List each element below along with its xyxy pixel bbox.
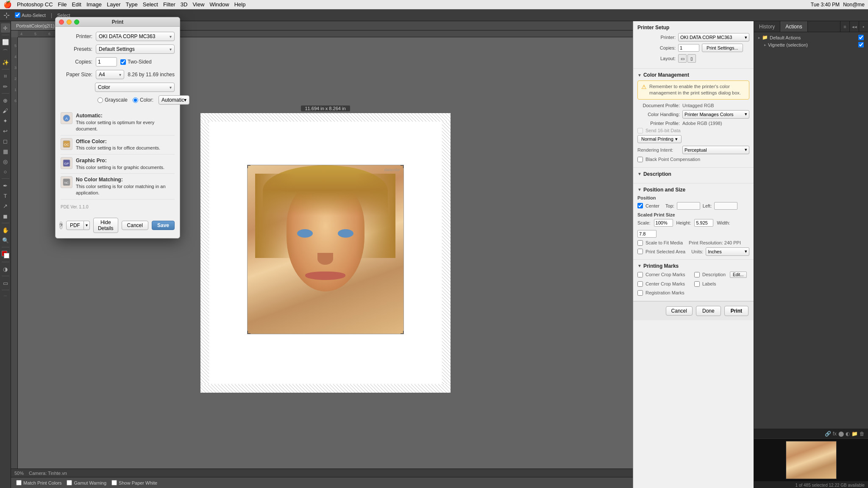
portrait-layout-icon[interactable]: ▭	[678, 54, 687, 63]
show-paper-white-label[interactable]: Show Paper White	[111, 480, 157, 485]
description-mark-checkbox[interactable]	[694, 272, 700, 277]
black-point-checkbox[interactable]	[637, 157, 643, 162]
color-mode-dropdown[interactable]: Color ▾	[95, 83, 175, 92]
hand-tool[interactable]: ✋	[1, 225, 10, 235]
screen-mode-tool[interactable]: ▭	[1, 278, 10, 288]
app-name[interactable]: Photoshop CC	[17, 1, 53, 8]
menu-help[interactable]: Help	[234, 1, 246, 8]
brush-tool[interactable]: 🖌	[1, 106, 10, 115]
corner-crop-label[interactable]: Corner Crop Marks	[637, 272, 693, 278]
quick-mask-tool[interactable]: ◑	[1, 264, 10, 274]
corner-crop-checkbox[interactable]	[637, 272, 643, 277]
print-button[interactable]: Print	[724, 306, 748, 316]
dialog-save-button[interactable]: Save	[152, 221, 175, 230]
match-print-colors-label[interactable]: Match Print Colors	[16, 480, 61, 485]
dialog-printer-select[interactable]: OKI DATA CORP MC363 ▾	[96, 32, 175, 41]
height-input[interactable]	[694, 219, 713, 227]
paper-size-select[interactable]: A4 ▾	[96, 70, 124, 79]
menu-type[interactable]: Type	[126, 1, 138, 8]
send-16bit-checkbox[interactable]	[637, 128, 643, 133]
print-selected-area-checkbox[interactable]	[637, 249, 643, 254]
width-input[interactable]	[637, 230, 657, 238]
left-input[interactable]	[714, 202, 737, 210]
office-color-preset[interactable]: OC Office Color: This color setting is f…	[61, 136, 175, 155]
healing-brush-tool[interactable]: ⊕	[1, 96, 10, 105]
zoom-tool[interactable]: 🔍	[1, 236, 10, 245]
menu-select[interactable]: Select	[143, 1, 158, 8]
scale-to-fit-checkbox[interactable]	[637, 240, 643, 246]
description-title[interactable]: ▼ Description	[637, 171, 749, 177]
no-color-matching-preset[interactable]: NC No Color Matching: This color setting…	[61, 174, 175, 200]
color-management-title[interactable]: ▼ Color Management	[637, 72, 749, 78]
type-tool[interactable]: T	[1, 191, 10, 200]
hide-details-button[interactable]: Hide Details	[93, 218, 118, 233]
eraser-tool[interactable]: ◻	[1, 136, 10, 146]
registration-marks-label[interactable]: Registration Marks	[637, 290, 693, 296]
marquee-tool[interactable]: ⬜	[1, 37, 10, 47]
move-tool[interactable]: ✛	[1, 23, 10, 33]
auto-select-checkbox-label[interactable]: Auto-Select	[15, 12, 46, 18]
grayscale-radio[interactable]	[97, 97, 103, 103]
landscape-layout-icon[interactable]: ▯	[687, 54, 696, 63]
color-radio-label[interactable]: Color:	[133, 97, 153, 103]
graphic-pro-preset[interactable]: GP Graphic Pro: This color setting is fo…	[61, 155, 175, 174]
color-radio[interactable]	[133, 97, 138, 103]
clone-stamp-tool[interactable]: ✦	[1, 116, 10, 125]
eyedropper-tool[interactable]: ✏	[1, 82, 10, 91]
history-brush-tool[interactable]: ↩	[1, 126, 10, 136]
vignette-action[interactable]: ▸ Vignette (selection)	[756, 41, 866, 48]
lasso-tool[interactable]: ⌒	[1, 47, 10, 57]
registration-marks-checkbox[interactable]	[637, 290, 643, 296]
center-checkbox[interactable]	[637, 203, 643, 208]
close-button[interactable]	[59, 19, 64, 25]
fx-icon[interactable]: fx	[833, 431, 837, 437]
menu-edit[interactable]: Edit	[72, 1, 81, 8]
match-print-colors-checkbox[interactable]	[16, 480, 22, 485]
minimize-button[interactable]	[67, 19, 72, 25]
show-paper-white-checkbox[interactable]	[111, 480, 117, 485]
default-actions-checkbox[interactable]	[858, 35, 864, 40]
position-size-title[interactable]: ▼ Position and Size	[637, 187, 749, 193]
printing-marks-title[interactable]: ▼ Printing Marks	[637, 263, 749, 269]
history-tab[interactable]: History	[754, 21, 780, 32]
scale-input[interactable]	[654, 219, 673, 227]
menu-file[interactable]: File	[58, 1, 67, 8]
done-button[interactable]: Done	[696, 306, 721, 316]
automatic-preset[interactable]: A Automatic: This color setting is optim…	[61, 110, 175, 136]
mask-icon[interactable]: ⬤	[838, 431, 844, 437]
center-crop-label[interactable]: Center Crop Marks	[637, 281, 693, 287]
center-crop-checkbox[interactable]	[637, 281, 643, 287]
auto-select-checkbox[interactable]	[15, 12, 20, 18]
maximize-button[interactable]	[74, 19, 79, 25]
crop-tool[interactable]: ⌗	[1, 72, 10, 81]
pdf-button[interactable]: PDF	[66, 221, 84, 230]
quick-select-tool[interactable]: ✨	[1, 58, 10, 67]
menu-image[interactable]: Image	[86, 1, 102, 8]
menu-3d[interactable]: 3D	[181, 1, 188, 8]
help-button[interactable]: ?	[59, 222, 63, 229]
menu-filter[interactable]: Filter	[163, 1, 175, 8]
description-mark-label[interactable]: Description Edit...	[694, 272, 749, 278]
panel-collapse-icon[interactable]: ◂◂	[849, 21, 859, 32]
apple-menu[interactable]: 🍎	[3, 0, 12, 8]
print-settings-button[interactable]: Print Settings...	[702, 44, 743, 52]
dodge-tool[interactable]: ○	[1, 167, 10, 176]
units-select[interactable]: Inches ▾	[706, 247, 749, 256]
delete-icon[interactable]: 🗑	[860, 431, 865, 437]
grayscale-radio-label[interactable]: Grayscale	[97, 97, 128, 103]
shape-tool[interactable]: ◼	[1, 211, 10, 221]
top-input[interactable]	[677, 202, 700, 210]
gamut-warning-label[interactable]: Gamut Warning	[67, 480, 106, 485]
gradient-tool[interactable]: ▦	[1, 147, 10, 156]
panel-expand-icon[interactable]: ▪	[859, 21, 868, 32]
color-auto-select[interactable]: Automatic ▾	[159, 95, 189, 105]
blur-tool[interactable]: ◎	[1, 157, 10, 166]
menu-layer[interactable]: Layer	[107, 1, 121, 8]
color-swatch[interactable]	[2, 251, 9, 258]
menu-window[interactable]: Window	[209, 1, 229, 8]
rendering-intent-select[interactable]: Perceptual ▾	[682, 146, 749, 154]
dialog-presets-select[interactable]: Default Settings ▾	[96, 44, 175, 54]
actions-tab[interactable]: Actions	[780, 21, 807, 32]
menu-view[interactable]: View	[192, 1, 204, 8]
pen-tool[interactable]: ✒	[1, 181, 10, 190]
